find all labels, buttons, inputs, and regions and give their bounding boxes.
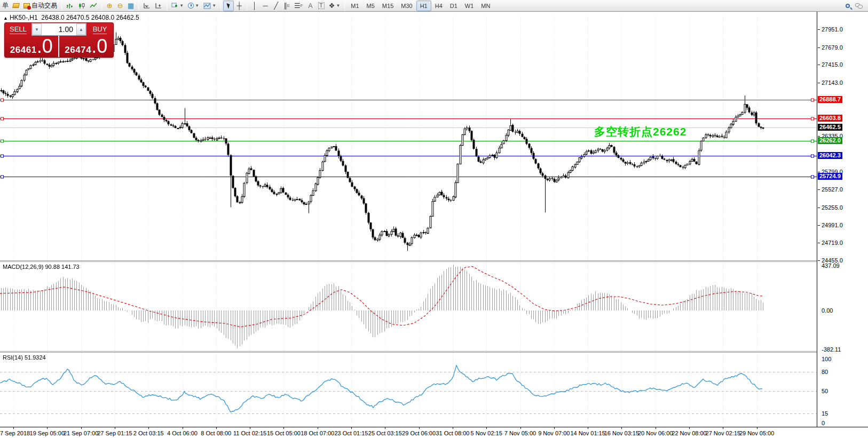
time-axis-tick (351, 427, 352, 429)
time-axis-tick (486, 427, 487, 429)
time-axis-label: 5 Nov 02:15 (471, 430, 502, 436)
time-axis-tick (419, 427, 420, 429)
tile-windows-icon: ▦ (128, 2, 134, 9)
buy-price-big: .0 (91, 38, 107, 55)
volume-down-button[interactable]: ▼ (32, 23, 42, 35)
new-chart-icon (171, 3, 178, 9)
zoom-out-button[interactable]: ⊖ (115, 1, 125, 11)
timeframe-d1[interactable]: D1 (446, 1, 461, 11)
crosshair-icon: ┼ (236, 2, 241, 9)
time-axis-tick (621, 427, 622, 429)
buy-button[interactable]: BUY (86, 23, 113, 36)
time-axis-label: 18 Oct 07:00 (301, 430, 334, 436)
zoom-in-button[interactable]: ⊕ (104, 1, 115, 11)
time-axis-label: 31 Oct 08:00 (436, 430, 469, 436)
price-axis-tick: 25527.0 (822, 186, 843, 193)
time-axis-label: 19 Sep 05:00 (30, 430, 65, 436)
candlestick-button[interactable] (76, 1, 88, 11)
trendline-tool[interactable]: ╱ (271, 1, 281, 11)
autotrade-button[interactable]: 自动交易 (21, 1, 59, 11)
macd-axis-label: 0.00 (822, 307, 833, 314)
text-tool[interactable]: A (305, 1, 316, 11)
auto-scroll-button[interactable] (141, 1, 153, 11)
chat-button[interactable] (853, 1, 865, 11)
price-axis-tick: 24719.0 (822, 240, 843, 246)
pane-separator[interactable] (0, 351, 868, 353)
time-axis-tick (656, 427, 656, 429)
time-axis[interactable]: 17 Sep 201819 Sep 05:0021 Sep 07:0027 Se… (0, 427, 868, 438)
toolbar: 单 自动交易 ⊕ ⊖ ▦ ▼ ▼ ▼ ┼ │ ─ ╱ ∥E ☰F A T (0, 0, 868, 12)
volume-input[interactable]: 1.00 (42, 25, 76, 34)
chart-shift-button[interactable] (153, 1, 164, 11)
channel-tool[interactable]: ∥E (281, 1, 292, 11)
line-chart-icon (90, 3, 97, 9)
sell-price[interactable]: 26461 .0 (5, 36, 59, 58)
toolbar-separator (220, 2, 221, 10)
period-button[interactable]: ▼ (186, 1, 201, 11)
timeframe-h1[interactable]: H1 (416, 1, 431, 11)
price-axis[interactable]: 27951.027679.027415.027143.026335.025799… (817, 12, 868, 427)
new-chart-button[interactable]: ▼ (169, 1, 186, 11)
new-order-icon (12, 3, 20, 8)
bar-chart-button[interactable] (64, 1, 76, 11)
price-axis-tick: 27143.0 (822, 79, 843, 86)
tile-windows-button[interactable]: ▦ (125, 1, 136, 11)
horizontal-line-tool[interactable]: ─ (260, 1, 271, 11)
symbol-name: HK50-,H1 (10, 14, 38, 21)
crosshair-tool-button[interactable]: ┼ (234, 1, 244, 11)
search-button[interactable] (842, 1, 853, 11)
timeframe-m15[interactable]: M15 (378, 1, 397, 11)
pane-separator[interactable] (0, 260, 868, 262)
time-axis-label: 29 Oct 06:00 (402, 430, 436, 436)
template-button[interactable]: ▼ (201, 1, 218, 11)
price-chart-canvas[interactable] (0, 12, 817, 427)
order-label: 单 (2, 1, 9, 10)
chart-window: ▲HK50-,H1 26438.0 26470.5 26408.0 26462.… (0, 12, 868, 438)
chat-icon (855, 3, 863, 9)
order-button[interactable]: 单 (0, 1, 11, 11)
candlestick-icon (78, 3, 85, 9)
chart-annotation-text[interactable]: 多空转折点26262 (594, 124, 686, 139)
autotrade-icon (23, 3, 30, 9)
bar-chart-icon (66, 3, 74, 9)
time-axis-tick (13, 427, 14, 429)
buy-price[interactable]: 26474 .0 (59, 36, 114, 58)
text-tool-icon: A (309, 2, 313, 10)
time-axis-tick (250, 427, 250, 429)
fibonacci-tool[interactable]: ☰F (292, 1, 305, 11)
timeframe-m30[interactable]: M30 (397, 1, 416, 11)
macd-axis-label: -382.11 (822, 346, 841, 353)
toolbar-separator (167, 2, 167, 10)
search-icon (846, 4, 850, 8)
price-tag: 26888.7 (818, 96, 842, 103)
new-order-icon-button[interactable] (11, 1, 21, 11)
cursor-tool-button[interactable] (223, 1, 234, 11)
sell-button[interactable]: SELL (5, 23, 31, 36)
volume-up-button[interactable]: ▲ (76, 23, 86, 35)
label-tool[interactable]: T (316, 1, 327, 11)
timeframe-m5[interactable]: M5 (363, 1, 378, 11)
zoom-out-icon: ⊖ (117, 2, 123, 9)
zoom-in-icon: ⊕ (107, 2, 113, 9)
price-tag: 26262.0 (818, 137, 842, 144)
rsi-axis-label: 80 (822, 369, 828, 375)
rsi-indicator-label: RSI(14) 51.9324 (3, 354, 46, 361)
auto-scroll-icon (143, 3, 151, 9)
vertical-line-tool[interactable]: │ (249, 1, 260, 11)
chevron-down-icon: ▼ (212, 3, 216, 8)
price-axis-tick: 27951.0 (822, 26, 843, 33)
fibo-letter: F (301, 3, 303, 8)
timeframe-mn[interactable]: MN (477, 1, 494, 11)
arrows-tool[interactable]: ❖▼ (327, 1, 343, 11)
timeframe-w1[interactable]: W1 (461, 1, 478, 11)
arrows-icon: ❖ (329, 2, 335, 9)
price-axis-tick: 27415.0 (822, 61, 843, 68)
time-axis-label: 14 Nov 01:15 (570, 430, 605, 436)
timeframe-h4[interactable]: H4 (431, 1, 446, 11)
line-chart-button[interactable] (88, 1, 99, 11)
rsi-axis-label: 15 (822, 410, 828, 417)
timeframe-m1[interactable]: M1 (347, 1, 362, 11)
price-tag: 26462.5 (818, 124, 842, 131)
price-axis-tick: 27679.0 (822, 44, 843, 51)
time-axis-tick (81, 427, 82, 429)
